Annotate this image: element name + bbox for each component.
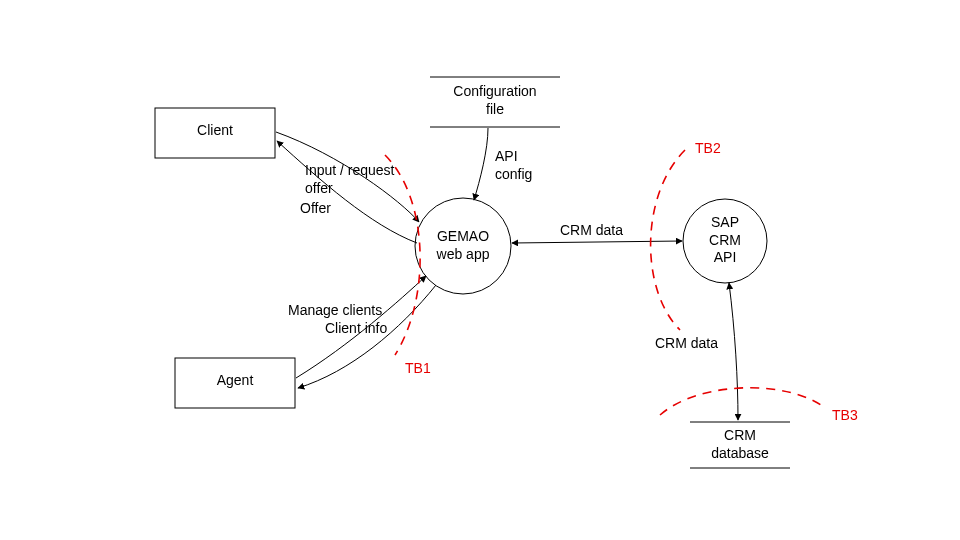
dfd-diagram	[0, 0, 960, 540]
label-input-request: Input / request offer	[305, 162, 395, 197]
label-tb1: TB1	[405, 360, 431, 378]
label-crm-data-1: CRM data	[560, 222, 623, 240]
label-api-config: API config	[495, 148, 532, 183]
label-client-info: Client info	[325, 320, 387, 338]
label-client: Client	[155, 122, 275, 140]
boundary-tb2	[651, 150, 685, 330]
label-crm-data-2: CRM data	[655, 335, 718, 353]
label-tb3: TB3	[832, 407, 858, 425]
label-config: Configuration file	[430, 83, 560, 118]
flow-api-config	[474, 128, 488, 200]
boundary-tb3	[660, 388, 825, 415]
label-gemao: GEMAO web app	[415, 228, 511, 263]
flow-crm-data-1	[512, 241, 682, 243]
label-manage-clients: Manage clients	[288, 302, 382, 320]
label-agent: Agent	[175, 372, 295, 390]
label-sap: SAP CRM API	[683, 214, 767, 267]
label-tb2: TB2	[695, 140, 721, 158]
label-offer: Offer	[300, 200, 331, 218]
label-crmdb: CRM database	[690, 427, 790, 462]
flow-crm-data-2	[729, 283, 738, 420]
